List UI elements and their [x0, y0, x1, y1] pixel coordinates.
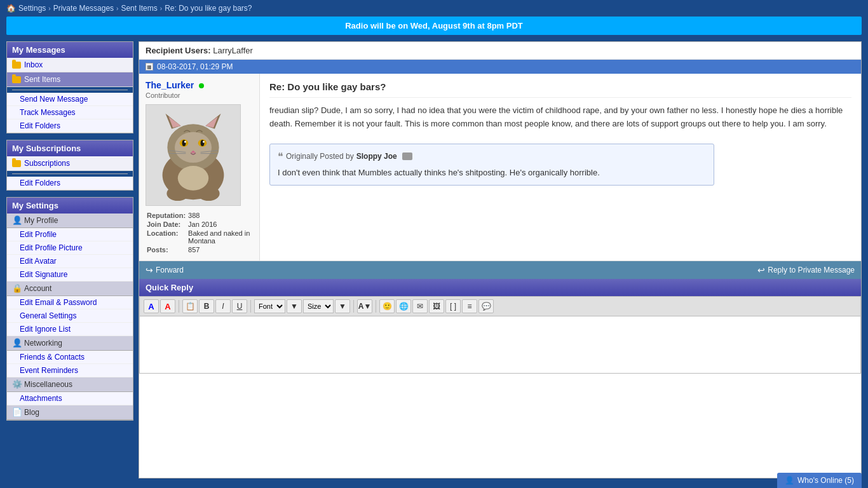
posts-value: 857	[187, 245, 253, 254]
link-edit-ignore-list[interactable]: Edit Ignore List	[7, 323, 133, 336]
link-edit-email-password[interactable]: Edit Email & Password	[7, 296, 133, 309]
action-bar: ↪ Forward ↩ Reply to Private Message	[139, 261, 861, 279]
toolbar-font-dropdown-btn[interactable]: ▼	[287, 299, 302, 313]
quote-header: ❝ Originally Posted by Sloppy Joe	[278, 151, 706, 163]
toolbar-email-btn[interactable]: ✉	[412, 299, 428, 313]
main-content: Recipient Users: LarryLaffer ▦ 08-03-201…	[139, 41, 862, 478]
nav-sep-3: ›	[160, 5, 162, 12]
link-edit-signature[interactable]: Edit Signature	[7, 268, 133, 281]
folder-icon-subs	[12, 160, 21, 167]
toolbar-font-color-btn[interactable]: A	[144, 299, 159, 313]
announcement-bar: Radio will be on Wed, August 9th at 8pm …	[6, 17, 862, 35]
user-info-panel: The_Lurker Contributor	[139, 74, 260, 261]
message-timestamp: 08-03-2017, 01:29 PM	[157, 62, 233, 71]
folder-icon-sent	[12, 76, 21, 83]
link-edit-profile-picture[interactable]: Edit Profile Picture	[7, 241, 133, 255]
posts-label: Posts:	[146, 245, 187, 254]
profile-category: 👤 My Profile	[7, 214, 133, 228]
sidebar: My Messages Inbox Sent Items Send New Me…	[6, 41, 133, 478]
toolbar-image-btn[interactable]: 🖼	[429, 299, 444, 313]
toolbar-text-color-btn[interactable]: A▼	[357, 299, 372, 313]
user-stats: Reputation: 388 Join Date: Jan 2016 Loca…	[146, 211, 253, 254]
forward-icon: ↪	[146, 265, 153, 275]
recipient-name: LarryLaffer	[213, 46, 253, 55]
quote-icon: ❝	[278, 151, 283, 163]
misc-icon: ⚙️	[12, 380, 21, 389]
folder-icon	[12, 62, 21, 69]
nav-private-messages[interactable]: Private Messages	[53, 4, 114, 13]
whos-online-label: Who's Online (5)	[797, 476, 854, 485]
toolbar-paste-btn[interactable]: 📋	[182, 299, 198, 313]
nav-current-page[interactable]: Re: Do you like gay bars?	[165, 4, 252, 13]
reputation-label: Reputation:	[146, 211, 187, 220]
link-edit-avatar[interactable]: Edit Avatar	[7, 255, 133, 268]
link-general-settings[interactable]: General Settings	[7, 309, 133, 323]
account-category: 🔒 Account	[7, 281, 133, 296]
calendar-icon: ▦	[146, 63, 153, 71]
sidebar-item-subscriptions[interactable]: Subscriptions	[7, 156, 133, 171]
toolbar-code-btn[interactable]: [ ]	[445, 299, 461, 313]
link-send-new-message[interactable]: Send New Message	[7, 93, 133, 106]
svg-point-20	[178, 166, 208, 191]
toolbar-link-btn[interactable]: 🌐	[396, 299, 411, 313]
avatar-container	[146, 104, 241, 206]
sidebar-item-inbox[interactable]: Inbox	[7, 58, 133, 72]
quote-originally-posted: Originally Posted by	[286, 152, 354, 161]
person-icon-profile: 👤	[12, 216, 21, 225]
misc-category: ⚙️ Miscellaneous	[7, 377, 133, 392]
lock-icon: 🔒	[12, 284, 21, 293]
link-friends-contacts[interactable]: Friends & Contacts	[7, 351, 133, 364]
toolbar-quote-btn[interactable]: 💬	[478, 299, 494, 313]
size-select[interactable]: Size	[303, 299, 334, 313]
networking-category: 👤 Networking	[7, 336, 133, 351]
link-edit-profile[interactable]: Edit Profile	[7, 228, 133, 241]
link-edit-folders-subs[interactable]: Edit Folders	[7, 177, 133, 190]
sep-4	[376, 300, 376, 313]
quick-reply-header: Quick Reply	[139, 279, 861, 296]
online-indicator	[199, 83, 204, 88]
toolbar-highlight-btn[interactable]: A	[160, 299, 175, 313]
location-label: Location:	[146, 229, 187, 245]
link-edit-folders-messages[interactable]: Edit Folders	[7, 119, 133, 133]
toolbar-bold-btn[interactable]: B	[199, 299, 214, 313]
divider-2	[12, 173, 128, 174]
link-event-reminders[interactable]: Event Reminders	[7, 364, 133, 377]
svg-point-10	[201, 140, 205, 146]
nav-sent-items[interactable]: Sent Items	[121, 4, 157, 13]
toolbar-size-dropdown-btn[interactable]: ▼	[335, 299, 350, 313]
whos-online-bar[interactable]: 👤 Who's Online (5)	[777, 473, 862, 488]
message-area: The_Lurker Contributor	[139, 74, 861, 261]
svg-point-11	[184, 141, 186, 143]
my-settings-section: My Settings 👤 My Profile Edit Profile Ed…	[6, 197, 133, 421]
forward-button[interactable]: ↪ Forward	[146, 265, 184, 275]
font-select[interactable]: Font	[254, 299, 285, 313]
toolbar-emoji-btn[interactable]: 🙂	[379, 299, 395, 313]
sidebar-item-sent-items[interactable]: Sent Items	[7, 72, 133, 87]
blog-category[interactable]: 📄 Blog	[7, 405, 133, 420]
quote-box: ❝ Originally Posted by Sloppy Joe I don'…	[269, 144, 714, 186]
svg-point-12	[203, 141, 205, 143]
recipient-bar: Recipient Users: LarryLaffer	[139, 42, 861, 60]
my-subscriptions-header: My Subscriptions	[7, 140, 133, 156]
link-attachments[interactable]: Attachments	[7, 392, 133, 405]
message-editor[interactable]	[139, 316, 861, 374]
message-body: Re: Do you like gay bars? freudian slip?…	[260, 74, 861, 261]
my-messages-section: My Messages Inbox Sent Items Send New Me…	[6, 41, 133, 133]
whos-online-icon: 👤	[785, 476, 794, 485]
nav-settings[interactable]: Settings	[18, 4, 46, 13]
sender-role: Contributor	[146, 92, 253, 99]
toolbar-list-btn[interactable]: ≡	[462, 299, 477, 313]
link-track-messages[interactable]: Track Messages	[7, 106, 133, 119]
svg-point-9	[182, 140, 186, 146]
quote-view-link[interactable]	[402, 152, 412, 160]
breadcrumb: 🏠 Settings › Private Messages › Sent Ite…	[0, 0, 868, 17]
location-value: Baked and naked in Montana	[187, 229, 253, 245]
toolbar-underline-btn[interactable]: U	[232, 299, 247, 313]
join-date-label: Join Date:	[146, 220, 187, 229]
sender-name[interactable]: The_Lurker	[146, 80, 194, 90]
my-settings-header: My Settings	[7, 198, 133, 214]
reply-button[interactable]: ↩ Reply to Private Message	[757, 265, 855, 275]
svg-point-6	[175, 132, 212, 163]
toolbar-italic-btn[interactable]: I	[215, 299, 231, 313]
nav-sep-2: ›	[116, 5, 118, 12]
